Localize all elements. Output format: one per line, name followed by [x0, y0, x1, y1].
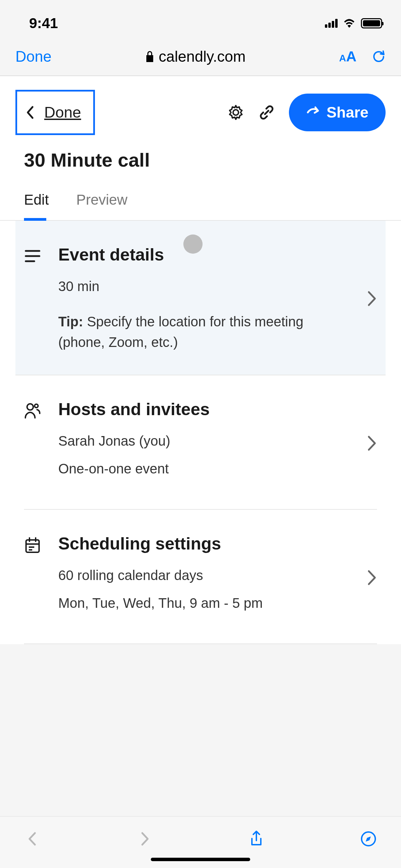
page-title: 30 Minute call	[0, 144, 401, 183]
tabs: Edit Preview	[0, 183, 401, 221]
section-title: Event details	[58, 245, 350, 265]
lock-icon	[145, 51, 155, 62]
section-body: Event details 30 min Tip: Specify the lo…	[58, 245, 350, 352]
tip-text: Specify the location for this meeting (p…	[58, 314, 303, 350]
main-content: Done Share 30 Minute call	[0, 75, 401, 644]
home-indicator[interactable]	[151, 858, 250, 861]
cellular-signal-icon	[325, 19, 338, 28]
section-title: Hosts and invitees	[58, 399, 350, 419]
tip-prefix: Tip:	[58, 314, 83, 329]
app-bar: Done Share	[0, 76, 401, 144]
calendar-icon	[24, 537, 41, 554]
tab-edit[interactable]: Edit	[24, 183, 49, 220]
battery-icon	[361, 18, 382, 28]
reload-icon[interactable]	[372, 50, 386, 63]
nav-forward-icon[interactable]	[136, 830, 153, 847]
host-name: Sarah Jonas (you)	[58, 431, 350, 450]
nav-back-icon[interactable]	[24, 830, 41, 847]
section-hosts-invitees[interactable]: Hosts and invitees Sarah Jonas (you) One…	[24, 375, 377, 510]
chevron-right-icon	[367, 569, 377, 586]
cursor-dot-icon	[183, 234, 203, 254]
status-right	[325, 18, 382, 28]
svg-rect-6	[26, 540, 39, 552]
section-scheduling-settings[interactable]: Scheduling settings 60 rolling calendar …	[24, 510, 377, 644]
safari-done-button[interactable]: Done	[15, 48, 51, 65]
compass-icon[interactable]	[360, 830, 377, 847]
event-tip: Tip: Specify the location for this meeti…	[58, 311, 350, 352]
tab-preview[interactable]: Preview	[76, 183, 127, 220]
sections-list: Event details 30 min Tip: Specify the lo…	[0, 221, 401, 644]
url-text: calendly.com	[159, 48, 246, 65]
share-button[interactable]: Share	[289, 94, 386, 131]
done-label: Done	[44, 104, 81, 121]
status-time: 9:41	[29, 15, 58, 32]
event-type: One-on-one event	[58, 459, 350, 478]
link-icon	[258, 104, 275, 121]
chevron-right-icon	[367, 435, 377, 452]
section-body: Hosts and invitees Sarah Jonas (you) One…	[58, 399, 350, 487]
safari-url[interactable]: calendly.com	[145, 48, 246, 65]
back-done-button[interactable]: Done	[15, 90, 95, 135]
copy-link-button[interactable]	[258, 104, 275, 121]
safari-bar: Done calendly.com AA	[0, 41, 401, 75]
share-label: Share	[327, 104, 368, 121]
text-size-button[interactable]: AA	[339, 48, 356, 65]
svg-point-4	[27, 404, 33, 410]
date-range: 60 rolling calendar days	[58, 566, 350, 585]
share-sheet-icon[interactable]	[248, 830, 265, 847]
chevron-right-icon	[367, 290, 377, 307]
app-bar-right: Share	[227, 94, 386, 131]
event-duration: 30 min	[58, 277, 350, 296]
svg-point-0	[233, 110, 239, 115]
settings-button[interactable]	[227, 104, 244, 121]
status-bar: 9:41	[0, 0, 401, 41]
chevron-left-icon	[26, 106, 34, 119]
gear-icon	[227, 104, 244, 121]
wifi-icon	[343, 19, 355, 28]
section-title: Scheduling settings	[58, 534, 350, 554]
section-event-details[interactable]: Event details 30 min Tip: Specify the lo…	[15, 221, 386, 375]
section-body: Scheduling settings 60 rolling calendar …	[58, 534, 350, 621]
svg-point-5	[35, 404, 38, 408]
safari-right-controls: AA	[339, 48, 386, 65]
availability: Mon, Tue, Wed, Thu, 9 am - 5 pm	[58, 593, 350, 613]
people-icon	[24, 402, 41, 419]
details-icon	[24, 248, 41, 265]
share-arrow-icon	[306, 106, 320, 119]
